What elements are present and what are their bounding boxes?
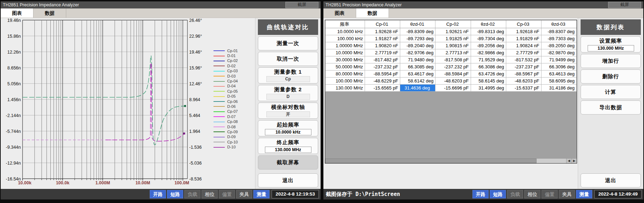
status-button-fixture[interactable]: 夹具 <box>559 190 575 198</box>
status-button-fixture[interactable]: 夹具 <box>236 190 252 198</box>
table-cell[interactable]: 2.77729 nF <box>506 49 541 56</box>
table-cell[interactable]: 31.4636 deg <box>400 85 435 92</box>
table-cell[interactable]: -237.232 pF <box>365 63 400 70</box>
table-cell[interactable]: 63.4617 deg <box>400 70 435 78</box>
scroll-right-arrow-icon[interactable]: ▶ <box>571 159 577 163</box>
table-cell[interactable]: 58.6095 deg <box>541 78 576 85</box>
table-cell[interactable]: -88.5984 pF <box>435 70 471 78</box>
table-cell[interactable]: 1.91825 nF <box>435 35 471 42</box>
table-cell[interactable]: 10.0000 MHz <box>326 49 365 56</box>
table-cell[interactable]: 1.91829 nF <box>506 35 541 42</box>
calculate-button[interactable]: 计算 <box>581 85 641 99</box>
table-cell[interactable]: -15.6696 pF <box>435 85 471 92</box>
exit-button[interactable]: 退出 <box>258 173 318 187</box>
table-cell[interactable]: -89.8307 deg <box>541 28 576 35</box>
table-cell[interactable]: 1.91827 nF <box>365 35 400 42</box>
table-cell[interactable]: -89.2056 deg <box>471 42 506 49</box>
horizontal-scrollbar[interactable]: ◀ ▶ <box>325 158 577 163</box>
table-cell[interactable]: 66.3086 deg <box>471 63 506 70</box>
table-cell[interactable]: -82.9706 deg <box>400 49 435 56</box>
table-cell[interactable]: 71.9529 deg <box>471 56 506 63</box>
table-cell[interactable]: -15.6565 pF <box>365 85 400 92</box>
log-axis-button[interactable]: 横坐标对数轴 开 <box>258 103 318 119</box>
table-cell[interactable]: 58.6142 deg <box>400 78 435 85</box>
stop-freq-button[interactable]: 终止频率 130.000 MHz <box>258 138 318 154</box>
start-freq-input[interactable]: 10.0000 kHz <box>265 129 311 135</box>
status-button-bias[interactable]: 偏置 <box>541 190 558 198</box>
status-button-phase[interactable]: 相位 <box>524 190 540 198</box>
table-cell[interactable]: 1.90815 nF <box>435 42 471 49</box>
table-cell[interactable]: 71.9499 deg <box>541 56 576 63</box>
status-button-load[interactable]: 负载 <box>507 190 523 198</box>
table-cell[interactable]: -89.8309 deg <box>400 28 435 35</box>
table-cell[interactable]: 58.6145 deg <box>471 78 506 85</box>
table-cell[interactable]: 63.4613 deg <box>541 70 576 78</box>
measure-once-button[interactable]: 测量一次 <box>258 36 318 50</box>
table-cell[interactable]: 66.3085 deg <box>400 63 435 70</box>
table-cell[interactable]: -817.532 pF <box>506 56 541 63</box>
tab-chart[interactable]: 图表 <box>1 8 33 18</box>
table-cell[interactable]: -88.5967 pF <box>506 70 541 78</box>
scroll-left-arrow-icon[interactable]: ◀ <box>566 159 571 163</box>
table-cell[interactable]: -89.7304 deg <box>471 35 506 42</box>
status-button-short-circuit[interactable]: 短路 <box>167 190 183 198</box>
table-cell[interactable]: 1.90824 nF <box>506 42 541 49</box>
table-cell[interactable]: -237.237 pF <box>506 63 541 70</box>
tab-chart[interactable]: 图表 <box>323 8 356 18</box>
status-button-bias[interactable]: 偏置 <box>219 190 235 198</box>
table-cell[interactable]: -82.9870 deg <box>541 49 576 56</box>
stop-freq-input[interactable]: 130.000 MHz <box>265 147 311 153</box>
status-button-short-circuit[interactable]: 短路 <box>490 190 506 198</box>
table-cell[interactable]: -88.5954 pF <box>365 70 400 78</box>
table-cell[interactable]: 71.9480 deg <box>400 56 435 63</box>
status-button-measure[interactable]: 测量 <box>253 190 270 198</box>
table-cell[interactable]: -48.6203 pF <box>506 78 541 85</box>
table-cell[interactable]: -15.6337 pF <box>506 85 541 92</box>
table-cell[interactable]: 2.77713 nF <box>435 49 471 56</box>
table-cell[interactable]: -817.508 pF <box>435 56 471 63</box>
table-cell[interactable]: 1.90820 nF <box>365 42 400 49</box>
status-button-load[interactable]: 负载 <box>184 190 200 198</box>
scrollbar-thumb[interactable] <box>325 159 537 163</box>
table-cell[interactable]: -817.482 pF <box>365 56 400 63</box>
capture-screen-button[interactable]: 截取屏幕 <box>258 155 318 170</box>
table-cell[interactable]: 1.92621 nF <box>435 28 471 35</box>
exit-button[interactable]: 退出 <box>581 173 641 187</box>
table-cell[interactable]: -48.6229 pF <box>365 78 400 85</box>
status-button-open-circuit[interactable]: 开路 <box>472 190 489 198</box>
table-cell[interactable]: -89.7303 deg <box>541 35 576 42</box>
table-cell[interactable]: 63.4726 deg <box>471 70 506 78</box>
table-cell[interactable]: 100.000 kHz <box>326 35 365 42</box>
table-cell[interactable]: 66.3096 deg <box>541 63 576 70</box>
table-cell[interactable]: -89.7293 deg <box>400 35 435 42</box>
set-freq-button[interactable]: 设置频率 130.000 MHz <box>581 36 641 53</box>
cancel-once-button[interactable]: 取消一次 <box>258 52 318 66</box>
screenshot-button[interactable]: 截屏 <box>608 2 641 8</box>
table-cell[interactable]: 31.4186 deg <box>541 85 576 92</box>
add-row-button[interactable]: 增加行 <box>581 54 641 68</box>
table-cell[interactable]: 1.92618 nF <box>506 28 541 35</box>
table-cell[interactable]: 31.4995 deg <box>471 85 506 92</box>
table-cell[interactable]: 50.0000 MHz <box>326 63 365 70</box>
table-cell[interactable]: 100.000 MHz <box>326 78 365 85</box>
table-cell[interactable]: 80.0000 MHz <box>326 70 365 78</box>
start-freq-button[interactable]: 起始频率 10.0000 kHz <box>258 120 318 136</box>
table-cell[interactable]: -82.9866 deg <box>471 49 506 56</box>
measure-param2-button[interactable]: 测量参数 2 D <box>258 85 318 101</box>
tab-data[interactable]: 数据 <box>356 8 389 18</box>
export-data-button[interactable]: 导出数据 <box>581 100 641 115</box>
table-cell[interactable]: -89.2050 deg <box>541 42 576 49</box>
measure-param1-button[interactable]: 测量参数 1 Cp <box>258 67 318 84</box>
table-cell[interactable]: -237.232 pF <box>435 63 471 70</box>
scrollbar-track[interactable] <box>537 159 566 163</box>
table-cell[interactable]: 130.000 MHz <box>326 85 365 92</box>
status-button-measure[interactable]: 测量 <box>576 190 592 198</box>
table-cell[interactable]: 30.0000 MHz <box>326 56 365 63</box>
status-button-phase[interactable]: 相位 <box>202 190 218 198</box>
delete-row-button[interactable]: 删除行 <box>581 69 641 84</box>
table-cell[interactable]: -48.6203 pF <box>435 78 471 85</box>
table-cell[interactable]: -89.8313 deg <box>471 28 506 35</box>
table-cell[interactable]: 10.0000 kHz <box>326 28 365 35</box>
status-button-open-circuit[interactable]: 开路 <box>150 190 166 198</box>
table-cell[interactable]: 2.77719 nF <box>365 49 400 56</box>
